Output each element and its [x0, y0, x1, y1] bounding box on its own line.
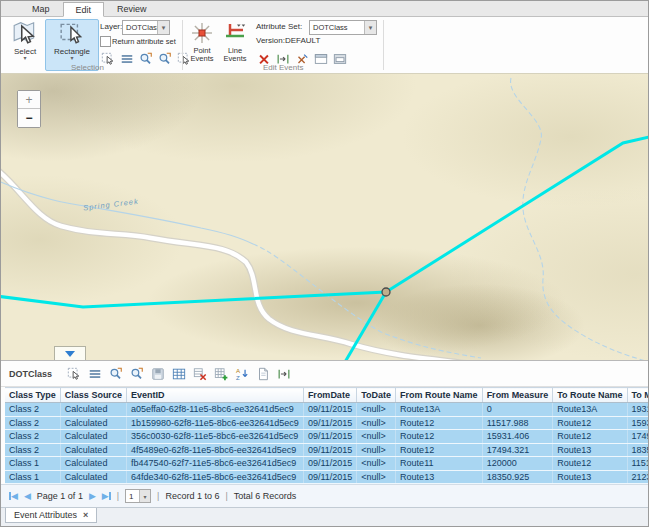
- route-junction-marker[interactable]: [382, 288, 390, 296]
- table-icon[interactable]: [171, 366, 186, 381]
- table-cell[interactable]: <null>: [357, 403, 396, 417]
- close-icon[interactable]: ×: [83, 510, 88, 520]
- table-cell[interactable]: 09/11/2015: [303, 470, 356, 484]
- table-cell[interactable]: 17494.321: [482, 443, 553, 457]
- column-header[interactable]: EventID: [126, 388, 303, 403]
- menu-lines-icon[interactable]: [119, 51, 134, 66]
- table-cell[interactable]: Route13: [396, 470, 483, 484]
- table-cell[interactable]: Calculated: [60, 470, 126, 484]
- table-cell[interactable]: Route12: [396, 416, 483, 430]
- tab-edit[interactable]: Edit: [63, 2, 105, 17]
- table-cell[interactable]: Route12: [553, 430, 627, 444]
- panel-collapse-button[interactable]: [54, 346, 86, 360]
- table-cell[interactable]: 64fde340-62f8-11e5-8bc6-ee32641d5ec9: [126, 470, 303, 484]
- table-green-plus-icon[interactable]: [213, 366, 228, 381]
- window-icon[interactable]: [313, 51, 328, 66]
- table-cell[interactable]: Calculated: [60, 416, 126, 430]
- table-cell[interactable]: 21231.919: [627, 470, 649, 484]
- table-cell[interactable]: Route12: [396, 430, 483, 444]
- zoom-in-button[interactable]: +: [18, 91, 40, 109]
- table-cell[interactable]: 09/11/2015: [303, 457, 356, 471]
- table-cell[interactable]: 15931.406: [482, 430, 553, 444]
- column-header[interactable]: ToDate: [357, 388, 396, 403]
- column-header[interactable]: From Route Name: [396, 388, 483, 403]
- table-cell[interactable]: 09/11/2015: [303, 443, 356, 457]
- page-number-dropdown[interactable]: 1 ▾: [125, 489, 151, 503]
- table-cell[interactable]: <null>: [357, 470, 396, 484]
- table-cell[interactable]: <null>: [357, 443, 396, 457]
- table-cell[interactable]: Calculated: [60, 443, 126, 457]
- attribute-set-dropdown[interactable]: DOTClass ▾: [309, 20, 377, 35]
- column-header[interactable]: To Measure: [627, 388, 649, 403]
- window-grid-icon[interactable]: [332, 51, 347, 66]
- table-cell[interactable]: Calculated: [60, 430, 126, 444]
- last-page-button[interactable]: ▶: [102, 491, 111, 501]
- table-cell[interactable]: Class 2: [5, 416, 60, 430]
- table-cell[interactable]: 15931.406: [627, 416, 649, 430]
- table-row[interactable]: Class 1Calculatedfb447540-62f7-11e5-8bc6…: [5, 457, 649, 471]
- table-cell[interactable]: 356c0030-62f8-11e5-8bc6-ee32641d5ec9: [126, 430, 303, 444]
- chevron-down-icon[interactable]: ▾: [157, 21, 169, 34]
- route-line[interactable]: [1, 292, 386, 307]
- return-attribute-checkbox[interactable]: [100, 36, 111, 47]
- pointer-box-icon[interactable]: [66, 366, 81, 381]
- table-cell[interactable]: Route11: [396, 457, 483, 471]
- table-cell[interactable]: 17494.321: [627, 430, 649, 444]
- magnifier-arrow-icon[interactable]: [138, 51, 153, 66]
- table-cell[interactable]: 120000: [482, 457, 553, 471]
- column-header[interactable]: From Measure: [482, 388, 553, 403]
- arrow-between-bars-icon[interactable]: [276, 366, 291, 381]
- magnifier-page-icon[interactable]: [129, 366, 144, 381]
- table-cell[interactable]: Calculated: [60, 457, 126, 471]
- table-cell[interactable]: Route13: [553, 470, 627, 484]
- first-page-button[interactable]: ◀: [9, 491, 18, 501]
- table-cell[interactable]: Class 2: [5, 403, 60, 417]
- column-header[interactable]: To Route Name: [553, 388, 627, 403]
- zoom-out-button[interactable]: −: [18, 109, 40, 127]
- table-cell[interactable]: Class 1: [5, 470, 60, 484]
- table-cell[interactable]: Route12: [553, 457, 627, 471]
- page-icon[interactable]: [255, 366, 270, 381]
- table-red-x-icon[interactable]: [192, 366, 207, 381]
- table-cell[interactable]: Route13A: [553, 403, 627, 417]
- table-cell[interactable]: 18350.925: [482, 470, 553, 484]
- table-cell[interactable]: Class 2: [5, 443, 60, 457]
- sort-az-icon[interactable]: [234, 366, 249, 381]
- table-cell[interactable]: 09/11/2015: [303, 416, 356, 430]
- table-cell[interactable]: Route13A: [396, 403, 483, 417]
- table-row[interactable]: Class 1Calculated64fde340-62f8-11e5-8bc6…: [5, 470, 649, 484]
- floppy-disk-icon[interactable]: [150, 366, 165, 381]
- table-cell[interactable]: <null>: [357, 430, 396, 444]
- tab-review[interactable]: Review: [104, 1, 160, 16]
- table-cell[interactable]: Class 1: [5, 457, 60, 471]
- magnifier-arrow-icon[interactable]: [157, 51, 172, 66]
- table-cell[interactable]: 19313.774: [627, 403, 649, 417]
- table-cell[interactable]: 18350.925: [627, 443, 649, 457]
- table-cell[interactable]: Calculated: [60, 403, 126, 417]
- column-header[interactable]: Class Type: [5, 388, 60, 403]
- table-cell[interactable]: 09/11/2015: [303, 403, 356, 417]
- point-events-button[interactable]: Point Events: [187, 21, 217, 63]
- magnifier-arrow-icon[interactable]: [108, 366, 123, 381]
- table-cell[interactable]: fb447540-62f7-11e5-8bc6-ee32641d5ec9: [126, 457, 303, 471]
- table-cell[interactable]: Route13: [553, 443, 627, 457]
- select-tool-button[interactable]: Select ▾: [5, 19, 45, 71]
- chevron-down-icon[interactable]: ▾: [364, 21, 376, 34]
- table-cell[interactable]: 11517.988: [627, 457, 649, 471]
- table-cell[interactable]: 4f5489e0-62f8-11e5-8bc6-ee32641d5ec9: [126, 443, 303, 457]
- table-cell[interactable]: 1b159980-62f8-11e5-8bc6-ee32641d5ec9: [126, 416, 303, 430]
- map-canvas[interactable]: Spring Creek + −: [1, 74, 648, 360]
- table-cell[interactable]: Route12: [396, 443, 483, 457]
- table-row[interactable]: Class 2Calculateda05effa0-62f8-11e5-8bc6…: [5, 403, 649, 417]
- previous-page-button[interactable]: ◀: [24, 491, 31, 501]
- tab-event-attributes[interactable]: Event Attributes ×: [5, 508, 97, 523]
- line-events-button[interactable]: Line Events: [220, 21, 250, 63]
- tab-map[interactable]: Map: [19, 1, 63, 16]
- table-cell[interactable]: Class 2: [5, 430, 60, 444]
- table-cell[interactable]: a05effa0-62f8-11e5-8bc6-ee32641d5ec9: [126, 403, 303, 417]
- table-cell[interactable]: <null>: [357, 416, 396, 430]
- table-row[interactable]: Class 2Calculated356c0030-62f8-11e5-8bc6…: [5, 430, 649, 444]
- layer-dropdown[interactable]: DOTClass ▾: [122, 20, 170, 35]
- table-row[interactable]: Class 2Calculated4f5489e0-62f8-11e5-8bc6…: [5, 443, 649, 457]
- table-cell[interactable]: <null>: [357, 457, 396, 471]
